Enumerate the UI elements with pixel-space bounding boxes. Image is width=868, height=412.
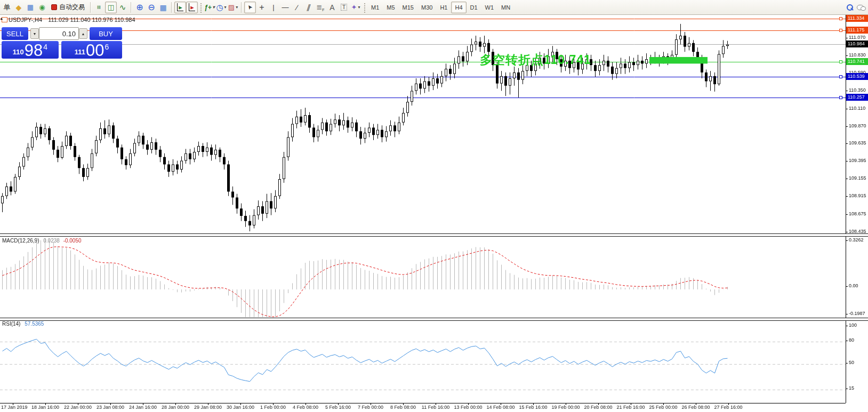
timeframe-h1[interactable]: H1 bbox=[436, 2, 451, 13]
text-icon[interactable]: A bbox=[326, 2, 338, 13]
toolbar-separator bbox=[131, 2, 132, 13]
vertical-line-icon[interactable]: | bbox=[268, 2, 279, 13]
time-axis-label: 19 Feb 00:00 bbox=[551, 405, 580, 410]
time-axis-label: 28 Jan 00:00 bbox=[162, 405, 189, 410]
dropdown-caret-icon[interactable]: ▾ bbox=[213, 5, 215, 10]
toolbar-separator bbox=[90, 2, 91, 13]
trendline-icon[interactable]: ∕ bbox=[291, 2, 303, 13]
price-tick-label: 109.870 bbox=[849, 123, 866, 128]
time-axis-label: 22 Jan 00:00 bbox=[64, 405, 92, 410]
text-label-icon[interactable]: T bbox=[338, 2, 350, 13]
price-tag-110.257: 110.257 bbox=[846, 94, 868, 101]
signals-icon[interactable]: ◉ bbox=[36, 2, 48, 13]
sell-price-display: 110 98 4 bbox=[2, 41, 59, 59]
volume-increase-button[interactable]: ▲ bbox=[79, 28, 87, 39]
timeframe-mn[interactable]: MN bbox=[497, 2, 514, 13]
channel-icon[interactable]: ∥ bbox=[303, 2, 315, 13]
buy-price-display: 111 00 6 bbox=[61, 41, 122, 59]
chat-icon[interactable] bbox=[855, 2, 867, 13]
price-tick-label: 108.675 bbox=[849, 211, 866, 216]
time-axis-label: 11 Feb 16:00 bbox=[422, 405, 449, 410]
rsi-indicator-label: RSI(14) 57.5365 bbox=[2, 321, 44, 327]
one-click-trading-panel: SELL ▼ 0.10 ▲ BUY 110 98 4 111 00 6 bbox=[2, 26, 122, 59]
timeframe-m5[interactable]: M5 bbox=[383, 2, 398, 13]
buy-price-pip: 6 bbox=[105, 43, 109, 51]
search-icon[interactable] bbox=[843, 2, 855, 13]
timeframe-m30[interactable]: M30 bbox=[417, 2, 436, 13]
price-tick-label: 109.395 bbox=[849, 158, 866, 163]
time-axis-label: 5 Feb 16:00 bbox=[325, 405, 351, 410]
chart-title: USDJPY-,H4 111.029 111.040 110.976 110.9… bbox=[9, 17, 135, 23]
trading-platform-window: 单◆▦◉自动交易≡◫∿⊕⊖▦▸▸ƒ+▾◷▾▨▾➤+|—∕∥≣AT✦▾M1M5M1… bbox=[0, 0, 868, 412]
toolbar-drag-handle[interactable] bbox=[199, 2, 202, 13]
pane-splitter[interactable] bbox=[0, 233, 868, 237]
time-axis-label: 27 Feb 16:00 bbox=[714, 405, 742, 410]
time-axis-label: 7 Feb 00:00 bbox=[358, 405, 383, 410]
time-axis-label: 24 Jan 16:00 bbox=[129, 405, 157, 410]
auto-scroll-icon[interactable]: ▸ bbox=[174, 2, 186, 13]
bar-chart-icon[interactable]: ≡ bbox=[93, 2, 105, 13]
price-tick-label: 109.635 bbox=[849, 140, 866, 146]
zoom-in-icon[interactable]: ⊕ bbox=[134, 2, 146, 13]
toolbar-separator bbox=[241, 2, 242, 13]
timeframe-h4[interactable]: H4 bbox=[451, 2, 466, 13]
pane-splitter[interactable] bbox=[0, 318, 868, 321]
price-tag-110.539: 110.539 bbox=[846, 73, 868, 80]
new-order-icon[interactable]: ◆ bbox=[13, 2, 25, 13]
volume-field[interactable]: 0.10 bbox=[39, 27, 79, 40]
time-axis-label: 8 Feb 08:00 bbox=[390, 405, 416, 410]
line-chart-icon[interactable]: ∿ bbox=[117, 2, 128, 13]
time-axis-label: 15 Feb 16:00 bbox=[519, 405, 547, 410]
time-axis-label: 29 Jan 08:00 bbox=[194, 405, 222, 410]
main-toolbar: 单◆▦◉自动交易≡◫∿⊕⊖▦▸▸ƒ+▾◷▾▨▾➤+|—∕∥≣AT✦▾M1M5M1… bbox=[0, 0, 868, 15]
horizontal-line-icon[interactable]: — bbox=[279, 2, 291, 13]
rsi-axis-label: 15 bbox=[849, 385, 854, 391]
price-tag-110.984: 110.984 bbox=[846, 41, 868, 47]
price-tick-label: 109.155 bbox=[849, 175, 866, 181]
rsi-axis-label: 50 bbox=[849, 360, 854, 365]
macd-main-value: 0.0238 bbox=[43, 238, 60, 244]
chart-window-icon bbox=[2, 17, 7, 22]
crosshair-icon[interactable]: + bbox=[256, 2, 268, 13]
time-axis-label: 13 Feb 00:00 bbox=[454, 405, 482, 410]
indicators-icon[interactable]: ƒ+▾ bbox=[204, 2, 215, 13]
zoom-out-icon[interactable]: ⊖ bbox=[146, 2, 157, 13]
timeframe-m15[interactable]: M15 bbox=[399, 2, 417, 13]
timeframe-m1[interactable]: M1 bbox=[367, 2, 383, 13]
time-axis-label: 17 Jan 2019 bbox=[1, 405, 28, 410]
chart-shift-icon[interactable]: ▸ bbox=[186, 2, 198, 13]
macd-name: MACD(12,26,9) bbox=[2, 238, 39, 244]
candlestick-chart-icon[interactable]: ◫ bbox=[105, 2, 117, 13]
new-chart-icon[interactable]: ▦ bbox=[25, 2, 36, 13]
dropdown-caret-icon[interactable]: ▾ bbox=[236, 5, 238, 10]
macd-axis-label: 0.00 bbox=[849, 283, 858, 288]
price-tag-110.741: 110.741 bbox=[846, 58, 868, 65]
timeframe-w1[interactable]: W1 bbox=[481, 2, 498, 13]
cursor-icon[interactable]: ➤ bbox=[244, 2, 256, 13]
toolbar-drag-handle[interactable] bbox=[363, 2, 366, 13]
timeframe-d1[interactable]: D1 bbox=[467, 2, 481, 13]
volume-decrease-button[interactable]: ▼ bbox=[30, 28, 39, 39]
chart-area[interactable] bbox=[0, 0, 868, 412]
arrows-icon[interactable]: ✦▾ bbox=[350, 2, 361, 13]
time-axis-label: 18 Jan 16:00 bbox=[31, 405, 59, 410]
dropdown-caret-icon[interactable]: ▾ bbox=[224, 5, 227, 10]
auto-trading-button[interactable]: 自动交易 bbox=[48, 2, 88, 13]
time-axis-label: 4 Feb 08:00 bbox=[293, 405, 318, 410]
fibonacci-icon[interactable]: ≣ bbox=[315, 2, 326, 13]
sell-price-prefix: 110 bbox=[13, 48, 24, 56]
templates-icon[interactable]: ▨▾ bbox=[227, 2, 239, 13]
time-axis-label: 1 Feb 00:00 bbox=[260, 405, 286, 410]
macd-signal-value: -0.0050 bbox=[63, 238, 82, 244]
time-axis-label: 20 Feb 08:00 bbox=[584, 405, 612, 410]
rsi-name: RSI(14) bbox=[2, 321, 20, 327]
buy-price-prefix: 111 bbox=[75, 48, 85, 56]
buy-button[interactable]: BUY bbox=[90, 27, 122, 40]
time-axis-label: 21 Feb 16:00 bbox=[616, 405, 645, 410]
tile-windows-icon[interactable]: ▦ bbox=[157, 2, 169, 13]
periods-icon[interactable]: ◷▾ bbox=[215, 2, 227, 13]
sell-button[interactable]: SELL bbox=[2, 27, 28, 40]
price-tick-label: 110.110 bbox=[849, 106, 865, 111]
order-menu[interactable]: 单 bbox=[1, 2, 13, 13]
dropdown-caret-icon[interactable]: ▾ bbox=[358, 5, 360, 10]
